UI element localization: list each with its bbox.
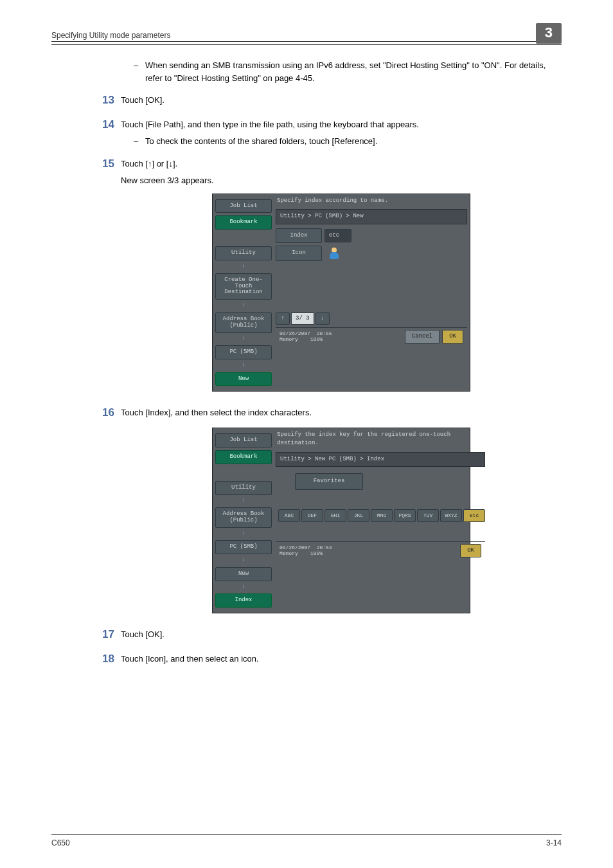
job-list-button[interactable]: Job List: [215, 199, 272, 213]
key-ghi[interactable]: GHI: [324, 509, 346, 522]
key-etc[interactable]: etc: [463, 509, 485, 522]
pc-smb-button[interactable]: PC (SMB): [215, 345, 272, 359]
step-number-16: 16: [95, 404, 121, 421]
step-text-17: Touch [OK].: [121, 626, 562, 643]
status-info: 09/26/2007 20:54 Memory 100%: [280, 545, 332, 557]
key-tuv[interactable]: TUV: [417, 509, 439, 522]
arrow-down-icon: ↓: [214, 361, 273, 370]
address-book-button[interactable]: Address Book (Public): [215, 312, 272, 333]
ok-button[interactable]: OK: [460, 544, 481, 558]
footer-left: C650: [51, 838, 70, 847]
step-number-13: 13: [95, 92, 121, 109]
icon-button[interactable]: Icon: [276, 246, 322, 261]
arrow-down-icon: ↓: [214, 583, 273, 592]
index-keys-row: ABC DEF GHI JKL MNO PQRS TUV WXYZ etc: [278, 509, 485, 522]
key-wxyz[interactable]: WXYZ: [440, 509, 462, 522]
step-number-17: 17: [95, 626, 121, 643]
key-abc[interactable]: ABC: [278, 509, 300, 522]
arrow-down-icon: ↓: [214, 262, 273, 271]
person-icon: [327, 246, 341, 260]
page-header: Specifying Utility mode parameters 3: [51, 19, 562, 42]
index-value: etc: [324, 229, 351, 243]
device-screen-1: Job List Bookmark Utility ↓ Create One-T…: [212, 194, 470, 392]
utility-button[interactable]: Utility: [215, 481, 272, 495]
intro-text: When sending an SMB transmission using a…: [145, 59, 562, 84]
panel2-breadcrumb: Utility > New PC (SMB) > Index: [276, 452, 485, 467]
intro-bullet: – When sending an SMB transmission using…: [134, 59, 562, 84]
step-number-14: 14: [95, 116, 121, 133]
new-button[interactable]: New: [215, 567, 272, 581]
arrow-down-icon: ↓: [214, 556, 273, 565]
pc-smb-button[interactable]: PC (SMB): [215, 540, 272, 554]
utility-button[interactable]: Utility: [215, 246, 272, 260]
panel1-breadcrumb: Utility > PC (SMB) > New: [276, 209, 467, 224]
page-up-button[interactable]: ↑: [276, 312, 290, 325]
step-14-sub: – To check the contents of the shared fo…: [134, 135, 562, 148]
ok-button[interactable]: OK: [442, 330, 463, 344]
panel2-message: Specify the index key for the registered…: [276, 429, 485, 452]
job-list-button[interactable]: Job List: [215, 433, 272, 448]
page-indicator: 3/ 3: [291, 312, 314, 325]
footer-right: 3-14: [546, 838, 562, 847]
page-footer: C650 3-14: [51, 834, 562, 847]
chapter-number: 3: [536, 23, 562, 44]
step-15-after: New screen 3/3 appears.: [121, 174, 562, 187]
cancel-button[interactable]: Cancel: [405, 330, 440, 344]
panel1-message: Specify index according to name.: [276, 195, 467, 210]
arrow-down-icon: ↓: [214, 301, 273, 310]
header-title: Specifying Utility mode parameters: [51, 31, 170, 40]
address-book-button[interactable]: Address Book (Public): [215, 507, 272, 528]
step-number-18: 18: [95, 651, 121, 667]
step-14-sub-text: To check the contents of the shared fold…: [145, 135, 377, 148]
dash-icon: –: [134, 135, 145, 148]
favorites-button[interactable]: Favorites: [295, 473, 363, 490]
step-number-15: 15: [95, 156, 121, 172]
index-nav-button[interactable]: Index: [215, 593, 272, 608]
key-def[interactable]: DEF: [301, 509, 323, 522]
status-info: 09/26/2007 20:55 Memory 100%: [280, 331, 332, 343]
create-one-touch-button[interactable]: Create One-Touch Destination: [215, 273, 272, 300]
index-button[interactable]: Index: [276, 228, 322, 244]
step-text-18: Touch [Icon], and then select an icon.: [121, 651, 562, 667]
dash-icon: –: [134, 59, 145, 84]
arrow-down-icon: ↓: [214, 496, 273, 505]
bookmark-button[interactable]: Bookmark: [215, 450, 272, 464]
new-button[interactable]: New: [215, 372, 272, 386]
step-text-15: Touch [↑] or [↓].: [121, 156, 562, 172]
bookmark-button[interactable]: Bookmark: [215, 215, 272, 230]
device-screen-2: Job List Bookmark Utility ↓ Address Book…: [212, 428, 470, 613]
arrow-down-icon: ↓: [214, 334, 273, 343]
key-pqrs[interactable]: PQRS: [394, 509, 416, 522]
key-mno[interactable]: MNO: [371, 509, 393, 522]
arrow-down-icon: ↓: [214, 529, 273, 538]
page-down-button[interactable]: ↓: [315, 312, 330, 325]
step-text-16: Touch [Index], and then select the index…: [121, 404, 562, 421]
step-text-13: Touch [OK].: [121, 92, 562, 109]
key-jkl[interactable]: JKL: [348, 509, 369, 522]
step-text-14: Touch [File Path], and then type in the …: [121, 116, 562, 133]
